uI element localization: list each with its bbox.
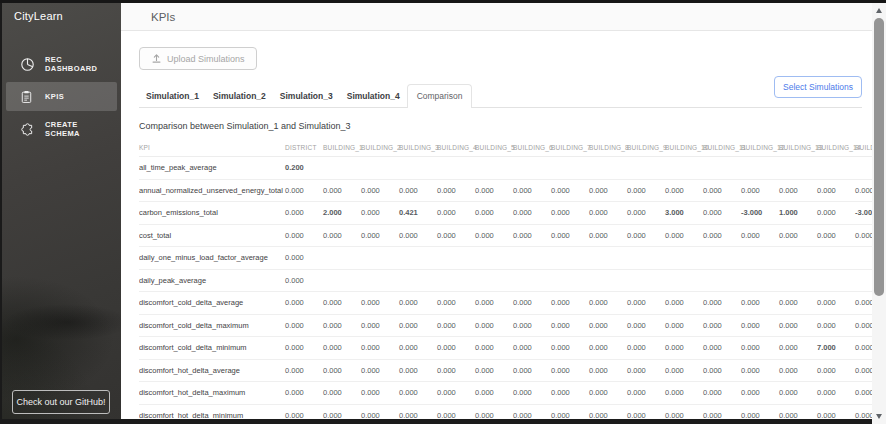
kpi-value: 0.000 [627,388,665,397]
sidebar-item-create-schema[interactable]: CREATE SCHEMA [6,113,117,145]
kpi-name: discomfort_cold_delta_minimum [139,343,285,352]
kpi-value: 0.000 [399,366,437,375]
kpi-value: 0.000 [779,186,817,195]
pie-chart-icon [20,57,35,72]
kpi-value: 0.000 [703,186,741,195]
column-header: BUILDING_3 [399,144,437,151]
tab-simulation_4[interactable]: Simulation_4 [340,86,407,107]
kpi-name: annual_normalized_unserved_energy_total [139,186,285,195]
kpi-value: 0.000 [855,321,872,330]
table-row: daily_one_minus_load_factor_average0.000 [139,247,872,270]
kpi-value: 0.000 [627,298,665,307]
scroll-down-arrow-icon[interactable] [872,410,886,422]
kpi-value: 0.000 [589,388,627,397]
kpi-value: 0.000 [323,321,361,330]
tab-simulation_2[interactable]: Simulation_2 [206,86,273,107]
kpi-value: 0.421 [399,208,437,217]
kpi-value: 0.000 [323,366,361,375]
kpi-value: 7.000 [817,343,855,352]
kpi-value: 0.000 [361,343,399,352]
kpi-value: 0.000 [589,186,627,195]
kpi-value: 0.000 [589,298,627,307]
kpi-value: 0.000 [551,321,589,330]
kpi-value: 0.000 [817,366,855,375]
column-header: DISTRICT [285,144,323,151]
kpi-value: 0.000 [589,366,627,375]
column-header: BUILDING_7 [551,144,589,151]
kpi-value: 0.000 [741,388,779,397]
kpi-value: 0.000 [817,208,855,217]
kpi-value: 0.000 [779,231,817,240]
sidebar-item-rec-dashboard[interactable]: REC DASHBOARD [6,48,117,80]
main-area: KPIs Upload Simulations Select Simulatio… [121,3,872,424]
column-header: BUILDING_15 [855,144,872,151]
kpi-value: 0.000 [551,208,589,217]
kpi-name: daily_peak_average [139,276,285,285]
kpi-value: 0.000 [513,298,551,307]
kpi-value: 0.000 [703,208,741,217]
kpi-value: 0.000 [323,298,361,307]
kpi-value: 0.000 [627,231,665,240]
kpi-value: 0.000 [817,298,855,307]
kpi-value: 0.000 [285,253,323,262]
tab-comparison[interactable]: Comparison [407,84,473,108]
kpi-name: all_time_peak_average [139,163,285,172]
kpi-value: 0.000 [399,321,437,330]
kpi-value: 0.000 [361,366,399,375]
kpi-value: 0.000 [285,231,323,240]
table-row: cost_total0.0000.0000.0000.0000.0000.000… [139,225,872,248]
column-header: BUILDING_5 [475,144,513,151]
tab-simulation_3[interactable]: Simulation_3 [273,86,340,107]
kpi-value: 0.000 [285,276,323,285]
kpi-value: 0.000 [551,231,589,240]
table-row: daily_peak_average0.000 [139,270,872,293]
sidebar-item-kpis[interactable]: KPIS [6,82,117,111]
kpi-value: 0.000 [475,388,513,397]
kpi-value: 0.000 [513,343,551,352]
kpi-value: 0.000 [627,208,665,217]
scrollbar-thumb[interactable] [874,18,884,296]
column-header: BUILDING_12 [741,144,779,151]
kpi-value: 0.000 [741,366,779,375]
kpi-value: 0.000 [513,231,551,240]
upload-simulations-button[interactable]: Upload Simulations [139,47,257,70]
github-button[interactable]: Check out our GitHub! [12,390,110,414]
column-header: BUILDING_2 [361,144,399,151]
kpi-value: 0.000 [589,231,627,240]
kpi-value: 0.000 [627,186,665,195]
kpi-value: 0.000 [855,388,872,397]
column-header: BUILDING_8 [589,144,627,151]
kpi-value: 0.000 [475,186,513,195]
kpi-value: 0.000 [741,343,779,352]
kpi-value: 0.000 [589,343,627,352]
kpi-value: 0.000 [399,298,437,307]
kpi-value: 0.000 [361,231,399,240]
vertical-scrollbar[interactable] [872,3,886,424]
kpi-value: 0.000 [323,388,361,397]
column-header: BUILDING_10 [665,144,703,151]
kpi-value: 2.000 [323,208,361,217]
column-header: BUILDING_6 [513,144,551,151]
kpi-value: -3.000 [855,208,872,217]
kpi-value: 3.000 [665,208,703,217]
kpi-value: 0.000 [475,208,513,217]
kpi-value: 0.000 [665,231,703,240]
column-header: BUILDING_13 [779,144,817,151]
tab-bar: Simulation_1Simulation_2Simulation_3Simu… [139,84,862,108]
kpi-table: KPIDISTRICTBUILDING_1BUILDING_2BUILDING_… [139,140,872,424]
kpi-value: 0.000 [361,298,399,307]
kpi-value: 0.000 [779,366,817,375]
kpi-value: 0.000 [551,186,589,195]
select-simulations-button[interactable]: Select Simulations [774,76,862,98]
kpi-value: 0.000 [779,343,817,352]
tab-simulation_1[interactable]: Simulation_1 [139,86,206,107]
kpi-value: 0.000 [285,366,323,375]
kpi-name: discomfort_cold_delta_average [139,298,285,307]
scroll-up-arrow-icon[interactable] [872,4,886,16]
table-body: all_time_peak_average0.200annual_normali… [139,157,872,424]
kpi-value: 0.200 [285,163,323,172]
clipboard-icon [20,89,35,104]
kpi-value: 0.000 [817,186,855,195]
kpi-value: 0.000 [855,186,872,195]
kpi-value: 0.000 [323,343,361,352]
